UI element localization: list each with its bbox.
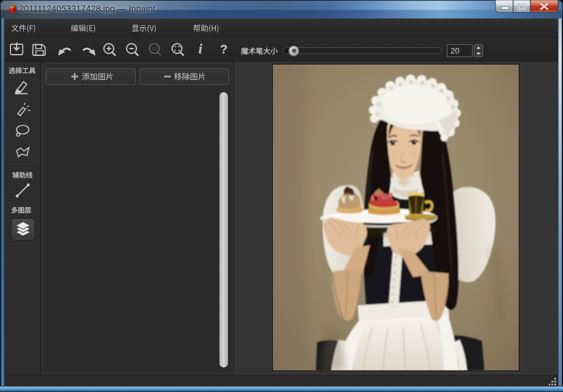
- svg-text:?: ?: [220, 42, 227, 56]
- svg-text:1:1: 1:1: [151, 47, 157, 51]
- svg-text:i: i: [199, 41, 203, 57]
